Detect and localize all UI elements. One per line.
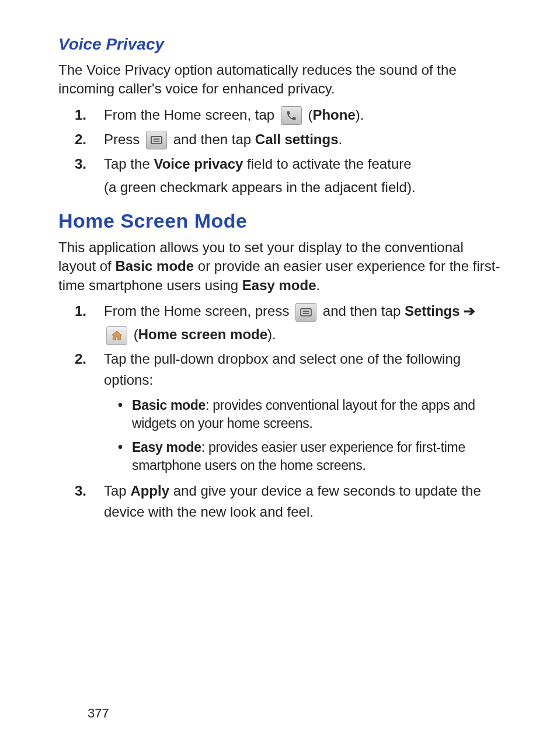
easy-mode-label: Easy mode — [132, 440, 201, 455]
step-text: From the Home screen, press — [104, 303, 293, 319]
step-text: ( — [134, 326, 138, 342]
step-subtext: (a green checkmark appears in the adjace… — [104, 177, 504, 198]
intro-text: . — [316, 277, 321, 293]
svg-rect-3 — [301, 308, 311, 315]
basic-mode-label: Basic mode — [132, 398, 206, 413]
step-number: 3. — [75, 154, 86, 175]
step-number: 2. — [75, 129, 86, 150]
bullet-basic-mode: Basic mode: provides conventional layout… — [104, 396, 504, 433]
step-text: From the Home screen, tap — [104, 107, 278, 123]
home-screen-steps: 1. From the Home screen, press and then … — [58, 301, 504, 522]
subsection-voice-privacy: Voice Privacy — [58, 35, 504, 54]
step-number: 2. — [75, 349, 86, 370]
basic-mode-label: Basic mode — [115, 258, 194, 274]
step-text: field to activate the feature — [243, 156, 411, 172]
menu-icon — [295, 303, 316, 322]
arrow-icon: ➔ — [460, 303, 476, 319]
svg-rect-0 — [151, 137, 162, 144]
phone-label: Phone — [312, 107, 355, 123]
phone-icon — [281, 106, 302, 125]
bullet-easy-mode: Easy mode: provides easier user experien… — [104, 438, 504, 475]
mode-options: Basic mode: provides conventional layout… — [104, 396, 504, 475]
call-settings-label: Call settings — [255, 131, 339, 147]
step-text: Tap the — [104, 156, 154, 172]
step-text: Tap the pull-down dropbox and select one… — [104, 351, 461, 388]
section-home-screen-mode: Home Screen Mode — [58, 210, 504, 232]
step-3: 3. Tap Apply and give your device a few … — [58, 480, 504, 522]
easy-mode-label: Easy mode — [242, 277, 316, 293]
step-3: 3. Tap the Voice privacy field to activa… — [58, 154, 504, 198]
voice-privacy-label: Voice privacy — [154, 156, 243, 172]
home-screen-mode-label: Home screen mode — [138, 326, 267, 342]
step-number: 3. — [75, 480, 86, 501]
step-text: and then tap — [323, 303, 405, 319]
step-text: ). — [267, 326, 276, 342]
step-number: 1. — [75, 104, 86, 126]
step-1: 1. From the Home screen, tap (Phone). — [58, 104, 504, 126]
voice-privacy-intro: The Voice Privacy option automatically r… — [58, 61, 504, 99]
step-text: Tap — [104, 483, 130, 499]
settings-label: Settings — [405, 303, 460, 319]
step-text: . — [339, 131, 343, 147]
step-text: and then tap — [173, 131, 255, 147]
step-2: 2. Tap the pull-down dropbox and select … — [58, 349, 504, 475]
menu-icon — [146, 131, 167, 149]
step-text: ). — [356, 107, 364, 123]
step-2: 2. Press and then tap Call settings. — [58, 129, 504, 150]
home-screen-intro: This application allows you to set your … — [58, 238, 504, 295]
apply-label: Apply — [130, 483, 169, 499]
home-icon — [106, 326, 127, 345]
step-text: Press — [104, 131, 144, 147]
voice-privacy-steps: 1. From the Home screen, tap (Phone). 2.… — [58, 104, 504, 198]
step-1: 1. From the Home screen, press and then … — [58, 301, 504, 345]
step-subline: (Home screen mode). — [104, 324, 504, 345]
step-number: 1. — [75, 301, 86, 322]
page-number: 377 — [88, 706, 109, 721]
